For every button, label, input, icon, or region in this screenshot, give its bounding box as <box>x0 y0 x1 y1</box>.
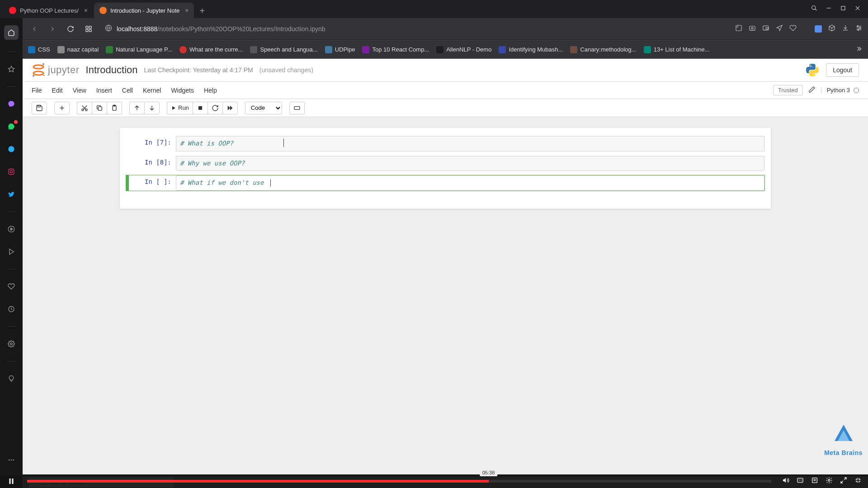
workspaces-icon[interactable] <box>82 23 95 35</box>
site-info-icon[interactable] <box>105 24 112 33</box>
logout-button[interactable]: Logout <box>826 63 859 77</box>
search-icon[interactable] <box>811 5 817 13</box>
menu-view[interactable]: View <box>73 87 86 94</box>
notebook-title[interactable]: Introduction <box>86 64 138 76</box>
restart-run-button[interactable] <box>222 102 238 114</box>
menu-insert[interactable]: Insert <box>96 87 112 94</box>
menu-edit[interactable]: Edit <box>52 87 63 94</box>
kernel-name[interactable]: Python 3 <box>821 87 859 94</box>
move-down-button[interactable] <box>144 102 160 114</box>
bookmark-item[interactable]: naaz capital <box>57 46 99 53</box>
maximize-icon[interactable] <box>840 5 846 13</box>
history-icon[interactable] <box>6 304 17 314</box>
cube-icon[interactable] <box>828 24 835 33</box>
close-icon[interactable] <box>854 5 861 13</box>
bookmark-item[interactable]: Speech and Langua... <box>250 46 317 53</box>
svg-rect-26 <box>9 169 14 174</box>
add-cell-button[interactable] <box>54 102 70 114</box>
bookmark-item[interactable]: Identifying Mubash... <box>499 46 563 53</box>
settings-icon[interactable] <box>826 477 833 486</box>
new-tab-button[interactable]: + <box>195 4 209 18</box>
bookmark-item[interactable]: Natural Language P... <box>106 46 172 53</box>
cell-input[interactable]: # What if we don't use <box>176 175 764 191</box>
trusted-badge[interactable]: Trusted <box>773 85 803 95</box>
command-palette-button[interactable] <box>289 102 305 114</box>
send-icon[interactable] <box>776 24 783 33</box>
twitter-icon[interactable] <box>6 189 17 200</box>
jupyter-logo[interactable]: jupyter <box>32 62 80 78</box>
run-button[interactable]: Run <box>167 102 193 114</box>
reload-button[interactable] <box>64 23 77 35</box>
menu-help[interactable]: Help <box>204 87 217 94</box>
cut-button[interactable] <box>77 102 92 114</box>
paste-button[interactable] <box>107 102 122 114</box>
flow-icon[interactable] <box>6 246 17 257</box>
restart-button[interactable] <box>208 102 222 114</box>
pause-button[interactable] <box>0 477 23 485</box>
video-seek-track[interactable]: 05:38 <box>27 480 771 483</box>
telegram-icon[interactable] <box>6 144 17 155</box>
more-icon[interactable] <box>6 455 17 465</box>
svg-point-33 <box>9 460 10 461</box>
tab-title: Python OOP Lectures/ <box>20 7 79 14</box>
messenger-icon[interactable] <box>6 99 17 109</box>
heart-icon[interactable] <box>789 24 797 33</box>
menu-file[interactable]: File <box>32 87 42 94</box>
bookmark-item[interactable]: What are the curre... <box>179 46 243 53</box>
close-icon[interactable]: × <box>84 7 88 14</box>
home-icon[interactable] <box>4 25 19 40</box>
celltype-select[interactable]: Code <box>245 102 282 114</box>
bookmark-item[interactable]: AllenNLP - Demo <box>436 46 491 53</box>
code-cell[interactable]: In [8]: # Why we use OOP? <box>126 156 764 171</box>
forward-button[interactable] <box>46 23 59 35</box>
bookmark-item[interactable]: Canary:methodolog... <box>570 46 636 53</box>
save-button[interactable] <box>32 102 47 114</box>
cell-input[interactable]: # Why we use OOP? <box>176 156 764 171</box>
bulb-icon[interactable] <box>6 373 17 384</box>
transcript-icon[interactable] <box>811 477 818 486</box>
back-button[interactable] <box>28 23 41 35</box>
menu-cell[interactable]: Cell <box>122 87 133 94</box>
jupyter-logo-text: jupyter <box>48 64 80 76</box>
menu-kernel[interactable]: Kernel <box>143 87 161 94</box>
video-controls[interactable]: 05:38 <box>0 474 868 488</box>
bookmarks-bar: CSS naaz capital Natural Language P... W… <box>23 40 868 59</box>
bookmark-item[interactable]: UDPipe <box>325 46 355 53</box>
volume-icon[interactable] <box>782 477 789 486</box>
captions-icon[interactable] <box>797 477 804 486</box>
bookmark-item[interactable]: Top 10 React Comp... <box>362 46 429 53</box>
pip-icon[interactable] <box>762 24 769 33</box>
settings-icon[interactable] <box>6 338 17 349</box>
whatsapp-icon[interactable] <box>6 121 17 132</box>
pinboards-icon[interactable] <box>6 281 17 292</box>
jupyter-menubar: File Edit View Insert Cell Kernel Widget… <box>23 82 868 99</box>
bookmark-item[interactable]: CSS <box>28 46 50 53</box>
player-icon[interactable] <box>6 224 17 235</box>
edit-icon[interactable] <box>808 86 816 94</box>
easy-setup-icon[interactable] <box>855 24 863 33</box>
bookmark-item[interactable]: 13+ List of Machine... <box>644 46 710 53</box>
move-up-button[interactable] <box>129 102 144 114</box>
browser-tab-active[interactable]: Introduction - Jupyter Note × <box>94 3 194 18</box>
close-icon[interactable]: × <box>185 7 189 14</box>
url-bar[interactable]: localhost:8888/notebooks/Python%20OOP%20… <box>100 22 730 36</box>
download-icon[interactable] <box>842 24 849 33</box>
minimize-icon[interactable] <box>826 5 832 13</box>
cell-input[interactable]: # What is OOP? <box>176 136 764 151</box>
instagram-icon[interactable] <box>6 166 17 177</box>
menu-widgets[interactable]: Widgets <box>171 87 194 94</box>
interrupt-button[interactable] <box>193 102 208 114</box>
browser-tab[interactable]: Python OOP Lectures/ × <box>4 3 93 18</box>
checkpoint-text: Last Checkpoint: Yesterday at 4:17 PM <box>144 66 253 74</box>
fullscreen-exit-icon[interactable] <box>854 477 862 486</box>
extension-icon[interactable] <box>815 25 822 33</box>
screenshot-icon[interactable] <box>735 24 742 33</box>
cell-prompt: In [ ]: <box>126 175 176 191</box>
code-cell-selected[interactable]: In [ ]: # What if we don't use <box>126 175 764 191</box>
copy-button[interactable] <box>92 102 107 114</box>
expand-icon[interactable] <box>840 477 847 486</box>
star-icon[interactable] <box>6 64 17 75</box>
code-cell[interactable]: In [7]: # What is OOP? <box>126 136 764 151</box>
snapshot-icon[interactable] <box>749 24 756 33</box>
bookmarks-overflow-icon[interactable] <box>855 45 863 54</box>
